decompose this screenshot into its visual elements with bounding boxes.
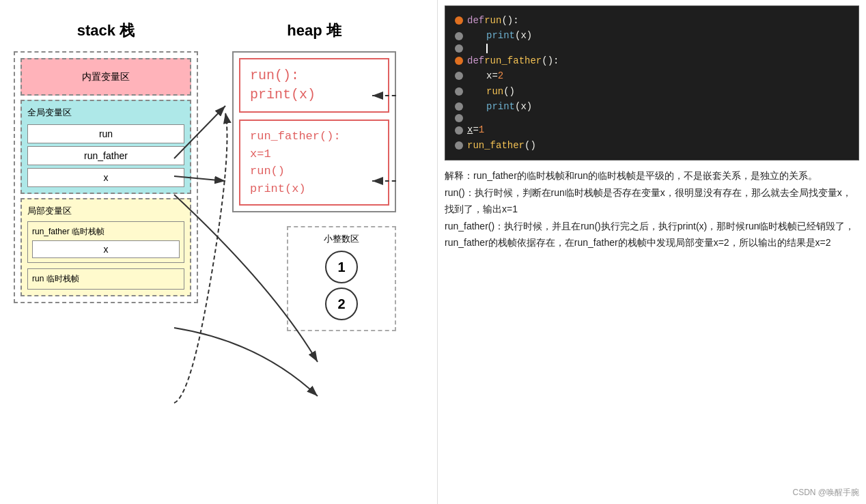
num-2: 2 — [498, 68, 503, 83]
fn-print-1: print — [486, 28, 515, 43]
code-line-9: x = 1 — [455, 122, 849, 137]
code-line-4: def run_father (): — [455, 53, 849, 68]
num-1: 1 — [479, 122, 484, 137]
stack-inner: 内置变量区 全局变量区 run run_father x 局部变量区 — [14, 51, 198, 303]
run-father-x-item: x — [32, 240, 180, 258]
stack-section: stack 栈 内置变量区 全局变量区 run run_father x — [0, 0, 212, 478]
code-line-5: x = 2 — [455, 68, 849, 83]
global-zone: 全局变量区 run run_father x — [20, 100, 191, 194]
global-item-x: x — [27, 168, 184, 187]
code-line-7: print (x) — [455, 99, 849, 114]
heap-run-father-box: run_father():x=1run()print(x) — [239, 120, 389, 206]
heap-run-father-text: run_father():x=1run()print(x) — [250, 128, 378, 197]
heap-run-box: run():print(x) — [239, 58, 389, 113]
code-line-10: run_father () — [455, 138, 849, 153]
kw-def-2: def — [467, 53, 484, 68]
global-item-run-father: run_father — [27, 146, 184, 165]
line-indicator-9 — [455, 126, 463, 135]
global-item-run: run — [27, 124, 184, 143]
global-zone-title: 全局变量区 — [27, 107, 184, 119]
heap-inner: run():print(x) run_father():x=1run()prin… — [232, 51, 396, 212]
heap-section: heap 堆 run():print(x) run_father():x=1ru… — [219, 0, 410, 478]
var-x-2: x — [467, 122, 473, 137]
line-indicator-10 — [455, 141, 463, 150]
line-indicator-5 — [455, 72, 463, 80]
run-frame: run 临时栈帧 — [27, 268, 184, 290]
line-indicator-7 — [455, 102, 463, 111]
line-indicator-4 — [455, 57, 463, 65]
cursor — [486, 44, 488, 53]
csdn-watermark: CSDN @唤醒手腕 — [445, 487, 859, 499]
stack-title: stack 栈 — [77, 20, 135, 41]
heap-title: heap 堆 — [287, 20, 341, 41]
line-indicator-blank — [455, 114, 463, 122]
diagram-area: stack 栈 内置变量区 全局变量区 run run_father x — [0, 0, 437, 478]
code-line-2: print (x) — [455, 28, 849, 43]
paren-run: (): — [501, 13, 518, 28]
code-line-blank — [455, 114, 849, 122]
fn-run-father: run_father — [484, 53, 542, 68]
fn-print-2: print — [486, 99, 515, 114]
builtin-label: 内置变量区 — [82, 71, 130, 83]
line-indicator-6 — [455, 87, 463, 96]
fn-run-call: run — [486, 84, 503, 99]
fn-run: run — [484, 13, 501, 28]
right-panel: def run (): print (x) def run_father (): — [437, 0, 866, 504]
code-line-cursor — [455, 44, 849, 53]
circle-2: 2 — [325, 288, 358, 320]
fn-run-father-call: run_father — [467, 138, 525, 153]
circle-1: 1 — [325, 251, 358, 283]
code-block: def run (): print (x) def run_father (): — [445, 5, 859, 160]
run-father-frame: run_father 临时栈帧 x — [27, 221, 184, 263]
run-father-frame-title: run_father 临时栈帧 — [32, 226, 180, 238]
explanation-text: 解释：run_father的临时栈帧和run的临时栈帧是平级的，不是嵌套关系，是… — [445, 167, 859, 484]
local-zone: 局部变量区 run_father 临时栈帧 x run 临时栈帧 — [20, 198, 191, 296]
line-indicator-cursor — [455, 44, 463, 53]
small-int-zone: 小整数区 1 2 — [287, 226, 396, 331]
builtin-zone: 内置变量区 — [20, 58, 191, 96]
paren-print-1: (x) — [515, 28, 532, 43]
line-indicator-2 — [455, 32, 463, 40]
code-line-6: run () — [455, 84, 849, 99]
line-indicator-1 — [455, 16, 463, 25]
code-line-1: def run (): — [455, 13, 849, 28]
heap-run-text: run():print(x) — [250, 66, 378, 104]
kw-def-1: def — [467, 13, 484, 28]
local-zone-title: 局部变量区 — [27, 205, 184, 217]
run-frame-title: run 临时栈帧 — [32, 273, 180, 285]
small-int-title: 小整数区 — [296, 233, 387, 245]
var-x-1: x — [486, 68, 492, 83]
